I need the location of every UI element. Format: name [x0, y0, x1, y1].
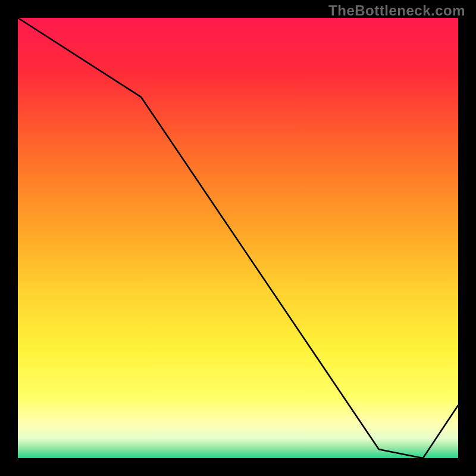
plot-area	[18, 18, 458, 458]
bottleneck-chart	[0, 0, 476, 476]
watermark-text: TheBottleneck.com	[328, 2, 465, 19]
chart-frame: TheBottleneck.com	[0, 0, 476, 476]
